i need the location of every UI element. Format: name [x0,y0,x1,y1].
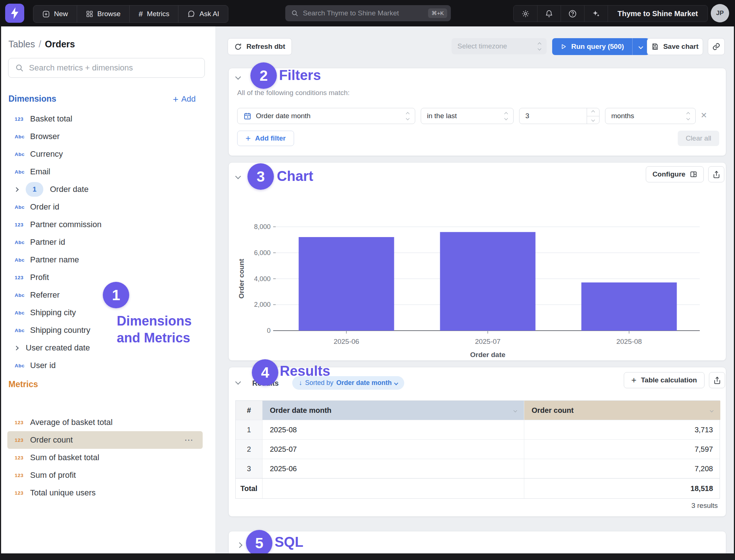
field-row-partner-commission[interactable]: 123Partner commission [7,216,203,233]
new-button[interactable]: New [33,6,77,22]
field-row-sum-of-profit[interactable]: 123Sum of profit [7,466,203,484]
y-tick-label: 8,000 [254,223,271,230]
filter-unit-select[interactable]: months [605,108,696,124]
column-header-order-date-month[interactable]: Order date month [262,401,524,420]
app-logo[interactable] [5,4,24,23]
chevron-right-icon[interactable] [15,188,26,191]
field-row-profit[interactable]: 123Profit [7,269,203,286]
field-label: Currency [30,149,63,159]
export-results-button[interactable] [709,372,725,388]
bar-2025-07[interactable] [440,232,536,331]
timezone-select[interactable]: Select timezone [452,38,547,54]
share-icon [713,377,721,384]
order-date-month-cell: 2025-07 [262,440,524,459]
sparkles-icon [592,10,600,18]
field-row-basket-total[interactable]: 123Basket total [7,110,203,128]
run-query-label: Run query (500) [571,43,624,51]
metrics-button[interactable]: # Metrics [129,6,178,22]
add-filter-button[interactable]: +Add filter [237,131,294,146]
stepper-down-button[interactable] [587,116,599,124]
run-query-button[interactable]: Run query (500) [552,38,632,55]
field-row-partner-name[interactable]: AbcPartner name [7,251,203,269]
notifications-button[interactable] [537,6,561,22]
field-row-user-id[interactable]: AbcUser id [7,357,203,374]
app-window: New Browse # Metrics Ask AI ⌘+K [0,0,735,560]
help-button[interactable] [561,6,584,22]
bar-2025-08[interactable] [582,283,677,331]
field-label: Order date [50,185,88,194]
calendar-icon [243,112,251,120]
run-query-options-button[interactable] [632,38,649,55]
field-row-total-unique-users[interactable]: 123Total unique users [7,484,203,502]
settings-button[interactable] [514,6,537,22]
export-chart-button[interactable] [708,166,724,182]
field-label: Partner name [30,255,79,265]
bar-2025-06[interactable] [299,237,394,331]
user-avatar[interactable]: JP [711,4,729,22]
annotation-number: 4 [261,364,269,381]
column-header-order-count[interactable]: Order count [524,401,720,420]
copy-link-button[interactable] [708,38,725,55]
field-row-average-of-basket-total[interactable]: 123Average of basket total [7,414,203,431]
table-calculation-label: Table calculation [641,376,697,384]
global-search-input[interactable] [303,9,428,17]
y-tick-label: 2,000 [254,301,271,308]
refresh-dbt-button[interactable]: Refresh dbt [228,38,292,55]
breadcrumb: Tables/Orders [8,39,75,50]
global-search[interactable]: ⌘+K [285,5,451,21]
field-row-order-count[interactable]: 123Order count⋯ [7,431,203,449]
field-row-partner-id[interactable]: AbcPartner id [7,233,203,251]
row-number-cell: 3 [236,459,262,478]
select-stepper-icon [687,113,689,120]
filter-value-input[interactable] [519,112,574,120]
browse-button[interactable]: Browse [77,6,129,22]
chevron-down-icon [710,408,714,412]
expand-sql-icon[interactable] [237,542,243,548]
order-date-month-cell: 2025-08 [262,420,524,439]
org-name[interactable]: Thyme to Shine Market [608,6,707,22]
field-label: Profit [30,273,49,282]
fields-search-input[interactable] [29,63,198,73]
filter-operator-select[interactable]: in the last [421,108,514,124]
primary-nav: New Browse # Metrics Ask AI [33,5,228,23]
breadcrumb-current-table: Orders [45,39,75,49]
field-row-order-date[interactable]: 1Order date [7,181,203,198]
table-calculation-button[interactable]: + Table calculation [624,372,705,388]
number-type-icon: 123 [15,420,30,425]
table-total-row: Total18,518 [236,478,720,498]
field-label: Total unique users [30,488,96,498]
field-row-order-id[interactable]: AbcOrder id [7,198,203,216]
grid-icon [86,10,93,18]
field-row-email[interactable]: AbcEmail [7,163,203,181]
remove-filter-button[interactable]: × [701,109,707,121]
field-row-sum-of-basket-total[interactable]: 123Sum of basket total [7,449,203,466]
configure-label: Configure [652,170,685,178]
collapse-results-icon[interactable] [235,379,241,385]
stepper-up-button[interactable] [587,108,599,116]
nav-item-label: New [54,10,68,18]
filter-field-value: Order date month [256,112,311,120]
table-row: 12025-083,713 [236,420,720,439]
chevron-right-icon[interactable] [15,346,26,350]
table-header-row: #Order date monthOrder count [236,401,720,420]
filter-field-select[interactable]: Order date month [237,108,415,124]
annotation-label-1: Dimensions and Metrics [117,313,198,346]
save-chart-button[interactable]: Save chart [647,38,703,55]
add-dimension-button[interactable]: +Add [173,94,196,104]
configure-chart-button[interactable]: Configure [646,166,704,182]
field-options-icon[interactable]: ⋯ [184,435,194,445]
field-row-currency[interactable]: AbcCurrency [7,145,203,163]
breadcrumb-tables[interactable]: Tables [8,39,35,49]
column-header-row-number: # [236,401,262,420]
clear-all-filters-button[interactable]: Clear all [678,131,719,146]
field-label: Partner id [30,237,65,247]
nav-item-label: Browse [97,10,120,18]
string-type-icon: Abc [15,292,30,298]
fields-search[interactable] [8,58,205,78]
collapse-filters-icon[interactable] [235,74,241,80]
field-row-browser[interactable]: AbcBrowser [7,128,203,145]
breadcrumb-separator: / [35,39,45,49]
empty-cell [262,479,524,498]
ask-ai-button[interactable]: Ask AI [178,6,228,22]
ai-sparkles-button[interactable] [584,6,608,22]
